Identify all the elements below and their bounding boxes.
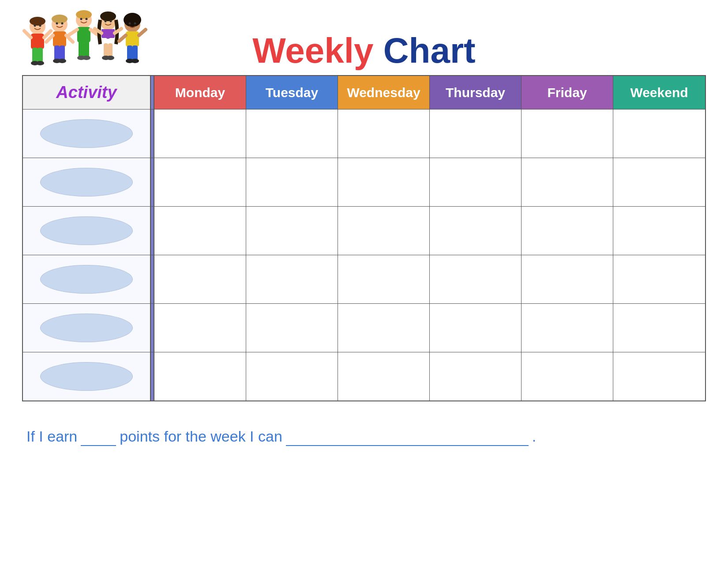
cell-r6-friday[interactable] [522, 352, 613, 401]
cell-r4-friday[interactable] [522, 255, 613, 303]
svg-point-31 [80, 18, 83, 20]
cell-r1-thursday[interactable] [430, 110, 522, 158]
cell-r5-weekend[interactable] [613, 304, 705, 352]
svg-rect-17 [60, 45, 65, 61]
activity-cell-1 [23, 110, 151, 158]
svg-point-20 [56, 23, 58, 25]
activity-oval-2 [40, 168, 133, 196]
activity-oval-6 [40, 362, 133, 391]
cell-r2-weekend[interactable] [613, 158, 705, 206]
svg-point-53 [129, 23, 131, 25]
cell-r3-weekend[interactable] [613, 207, 705, 255]
cell-r4-monday[interactable] [154, 255, 246, 303]
cell-r1-wednesday[interactable] [338, 110, 430, 158]
cell-r1-tuesday[interactable] [246, 110, 338, 158]
cell-r4-tuesday[interactable] [246, 255, 338, 303]
svg-rect-49 [127, 45, 132, 61]
svg-point-9 [34, 25, 36, 27]
svg-rect-35 [101, 29, 115, 38]
page-title: Weekly Chart [252, 33, 475, 71]
footer-text1: If I earn [26, 428, 77, 445]
cell-r2-friday[interactable] [522, 158, 613, 206]
activity-oval-4 [40, 265, 133, 294]
footer-text2: points for the week I can [120, 428, 282, 445]
activity-cell-5 [23, 304, 151, 352]
svg-point-21 [61, 23, 64, 25]
svg-rect-27 [79, 41, 84, 58]
cell-r6-thursday[interactable] [430, 352, 522, 401]
svg-rect-16 [54, 45, 60, 61]
svg-line-48 [139, 30, 146, 35]
svg-point-43 [110, 20, 112, 23]
cell-r3-tuesday[interactable] [246, 207, 338, 255]
cell-r4-weekend[interactable] [613, 255, 705, 303]
activity-oval-5 [40, 314, 133, 342]
cell-r2-thursday[interactable] [430, 158, 522, 206]
divider-header [151, 76, 154, 109]
svg-rect-5 [32, 48, 38, 63]
svg-point-45 [124, 13, 141, 27]
day-header-weekend: Weekend [613, 76, 705, 109]
svg-point-1 [30, 17, 45, 26]
footer-blank2[interactable] [286, 428, 529, 446]
svg-line-3 [24, 31, 31, 38]
cell-r6-wednesday[interactable] [338, 352, 430, 401]
footer-text: If I earn points for the week I can . [22, 428, 706, 446]
cell-r4-wednesday[interactable] [338, 255, 430, 303]
activity-cell-2 [23, 158, 151, 206]
activity-cell-6 [23, 352, 151, 401]
divider-2 [151, 158, 154, 206]
cell-r3-monday[interactable] [154, 207, 246, 255]
chart-row [23, 109, 705, 158]
activity-oval-1 [40, 119, 133, 148]
footer-blank1[interactable] [81, 428, 116, 446]
cell-r5-wednesday[interactable] [338, 304, 430, 352]
cell-r3-thursday[interactable] [430, 207, 522, 255]
chart-row [23, 255, 705, 303]
cell-r5-tuesday[interactable] [246, 304, 338, 352]
chart-row [23, 303, 705, 352]
cell-r3-friday[interactable] [522, 207, 613, 255]
cell-r1-friday[interactable] [522, 110, 613, 158]
day-header-friday: Friday [522, 76, 613, 109]
day-header-wednesday: Wednesday [338, 76, 430, 109]
svg-point-34 [100, 11, 116, 21]
svg-point-32 [86, 18, 88, 20]
activity-header-cell: Activity [23, 76, 151, 109]
day-header-tuesday: Tuesday [246, 76, 338, 109]
svg-point-23 [76, 10, 92, 19]
divider-4 [151, 255, 154, 303]
divider-1 [151, 110, 154, 158]
svg-point-41 [106, 56, 114, 60]
svg-rect-28 [84, 41, 89, 58]
chart-row [23, 352, 705, 401]
cell-r6-weekend[interactable] [613, 352, 705, 401]
cell-r2-monday[interactable] [154, 158, 246, 206]
chart-row [23, 158, 705, 206]
activity-cell-4 [23, 255, 151, 303]
cell-r4-thursday[interactable] [430, 255, 522, 303]
svg-point-30 [83, 56, 90, 60]
kids-illustration [22, 9, 150, 71]
cell-r3-wednesday[interactable] [338, 207, 430, 255]
cell-r5-thursday[interactable] [430, 304, 522, 352]
cell-r1-weekend[interactable] [613, 110, 705, 158]
day-header-monday: Monday [154, 76, 246, 109]
cell-r2-wednesday[interactable] [338, 158, 430, 206]
page-header: Weekly Chart [22, 13, 706, 71]
svg-rect-6 [38, 48, 43, 63]
chart-row [23, 206, 705, 255]
svg-rect-13 [53, 31, 66, 47]
cell-r6-tuesday[interactable] [246, 352, 338, 401]
svg-point-19 [58, 59, 66, 63]
weekly-chart: Activity Monday Tuesday Wednesday Thursd… [22, 75, 706, 401]
cell-r5-monday[interactable] [154, 304, 246, 352]
svg-point-52 [131, 59, 139, 63]
cell-r6-monday[interactable] [154, 352, 246, 401]
cell-r2-tuesday[interactable] [246, 158, 338, 206]
title-weekly: Weekly [252, 31, 373, 70]
cell-r1-monday[interactable] [154, 110, 246, 158]
svg-point-12 [52, 15, 68, 23]
footer-period: . [532, 428, 536, 445]
cell-r5-friday[interactable] [522, 304, 613, 352]
